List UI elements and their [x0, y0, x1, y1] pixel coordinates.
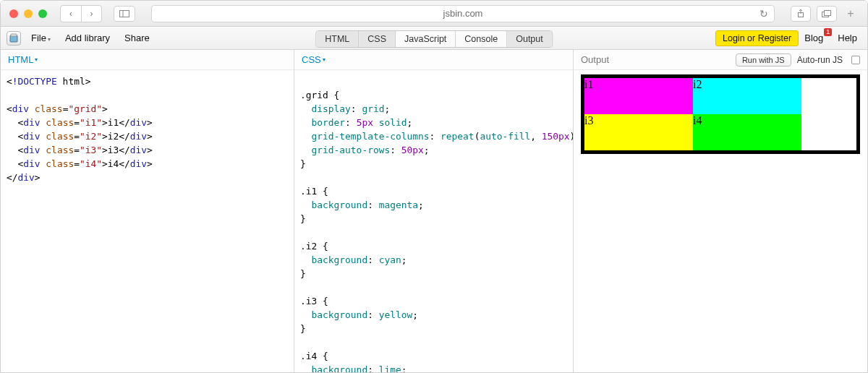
help-link[interactable]: Help — [833, 30, 861, 46]
run-with-js-button[interactable]: Run with JS — [736, 53, 791, 67]
chevron-down-icon: ▾ — [323, 56, 326, 63]
back-button[interactable]: ‹ — [61, 6, 81, 22]
blog-label: Blog — [804, 33, 823, 43]
address-bar[interactable]: jsbin.com ↻ — [151, 5, 775, 22]
autorun-checkbox[interactable] — [851, 56, 860, 64]
panel-toggle-js[interactable]: JavaScript — [396, 31, 456, 47]
editor-panes: HTML ▾ <!DOCTYPE html> <div class="grid"… — [1, 50, 867, 372]
close-window-icon[interactable] — [9, 9, 18, 18]
autorun-label: Auto-run JS — [797, 55, 843, 65]
css-editor[interactable]: .grid { display: grid; border: 5px solid… — [294, 70, 573, 372]
html-code-content: <!DOCTYPE html> <div class="grid"> <div … — [7, 74, 288, 184]
chevron-down-icon: ▾ — [48, 36, 51, 43]
panel-toggle-html[interactable]: HTML — [316, 31, 359, 47]
new-tab-button[interactable]: + — [843, 7, 859, 20]
tabs-icon[interactable] — [817, 6, 837, 22]
nav-back-forward: ‹ › — [60, 5, 102, 22]
reload-icon[interactable]: ↻ — [760, 8, 768, 20]
pane-css-title: CSS — [302, 54, 321, 65]
file-menu-label: File — [31, 33, 46, 43]
sidebar-toggle-button[interactable] — [114, 6, 135, 22]
panel-toggle-console[interactable]: Console — [456, 31, 507, 47]
svg-rect-0 — [120, 10, 129, 17]
forward-button[interactable]: › — [81, 6, 101, 22]
svg-rect-4 — [825, 10, 831, 15]
output-viewport: i1 i2 i3 i4 — [574, 70, 867, 372]
share-menu[interactable]: Share — [119, 30, 156, 46]
panel-toggle-css[interactable]: CSS — [359, 31, 396, 47]
browser-right-tools: + — [791, 6, 859, 22]
pane-output-header: Output Run with JS Auto-run JS — [574, 50, 867, 70]
preview-cell-i1: i1 — [584, 78, 693, 114]
login-register-button[interactable]: Login or Register — [715, 30, 799, 46]
pane-output: Output Run with JS Auto-run JS i1 i2 i3 … — [574, 50, 867, 372]
preview-grid: i1 i2 i3 i4 — [581, 74, 860, 154]
blog-link[interactable]: Blog 1 — [800, 30, 827, 46]
window-controls — [9, 9, 47, 18]
preview-cell-i4: i4 — [693, 114, 801, 150]
jsbin-logo-icon[interactable] — [7, 31, 21, 46]
css-code-content: .grid { display: grid; border: 5px solid… — [300, 74, 567, 372]
minimize-window-icon[interactable] — [24, 9, 33, 18]
add-library-menu[interactable]: Add library — [59, 30, 116, 46]
pane-html: HTML ▾ <!DOCTYPE html> <div class="grid"… — [1, 50, 294, 372]
preview-cell-i3: i3 — [584, 114, 693, 150]
pane-html-title: HTML — [8, 54, 33, 65]
preview-cell-i2: i2 — [693, 78, 801, 114]
pane-html-header[interactable]: HTML ▾ — [1, 50, 294, 70]
share-icon[interactable] — [791, 6, 811, 22]
browser-titlebar: ‹ › jsbin.com ↻ + — [1, 1, 867, 27]
panel-toggle-output[interactable]: Output — [507, 31, 552, 47]
chevron-down-icon: ▾ — [35, 56, 38, 63]
address-bar-text: jsbin.com — [443, 8, 483, 19]
pane-output-title: Output — [581, 54, 609, 65]
pane-css: CSS ▾ .grid { display: grid; border: 5px… — [294, 50, 574, 372]
file-menu[interactable]: File▾ — [25, 30, 56, 46]
html-editor[interactable]: <!DOCTYPE html> <div class="grid"> <div … — [1, 70, 294, 372]
blog-badge: 1 — [824, 28, 832, 36]
pane-css-header[interactable]: CSS ▾ — [294, 50, 573, 70]
panel-toggle-group: HTML CSS JavaScript Console Output — [315, 30, 553, 48]
zoom-window-icon[interactable] — [38, 9, 47, 18]
svg-rect-6 — [11, 34, 17, 36]
